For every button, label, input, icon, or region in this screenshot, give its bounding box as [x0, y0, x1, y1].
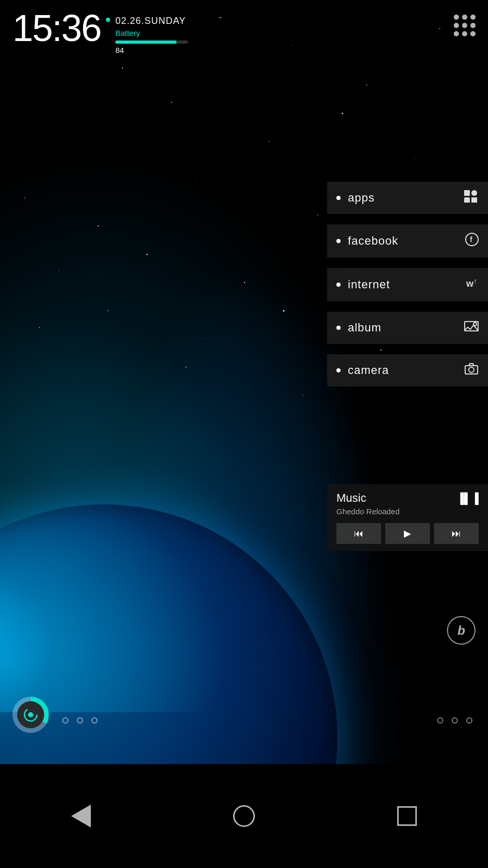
- menu-bullet-album: [336, 326, 341, 330]
- star: [415, 158, 415, 158]
- navigation-bar: [0, 764, 488, 868]
- menu-icon-internet: w↑: [465, 276, 479, 293]
- launcher-inner: [17, 701, 44, 728]
- star: [185, 367, 186, 368]
- menu-item-album[interactable]: album: [327, 312, 488, 344]
- star: [107, 310, 109, 311]
- page-dots-right: [437, 717, 472, 724]
- star: [205, 339, 206, 339]
- star: [59, 271, 59, 271]
- svg-text:↑: ↑: [473, 277, 477, 285]
- app-menu: apps facebook f internet w↑ album: [327, 182, 488, 386]
- menu-item-left-album: album: [336, 321, 382, 335]
- clock-time: 15:36: [12, 9, 101, 47]
- star: [39, 327, 40, 328]
- date-display: 02.26.SUNDAY: [115, 16, 188, 26]
- star: [88, 384, 88, 384]
- music-title: Music: [336, 491, 366, 505]
- svg-rect-2: [464, 197, 470, 203]
- status-dot: [106, 18, 110, 22]
- music-next-button[interactable]: ⏭: [434, 523, 479, 544]
- star: [98, 225, 99, 226]
- menu-item-camera[interactable]: camera: [327, 354, 488, 386]
- menu-item-left-camera: camera: [336, 364, 389, 377]
- dot-9: [470, 31, 476, 36]
- menu-label-apps: apps: [348, 191, 375, 205]
- status-bar: 15:36 02.26.SUNDAY Battery 84: [0, 0, 488, 55]
- star: [195, 181, 196, 181]
- page-dot-4[interactable]: [437, 717, 443, 724]
- dot-6: [470, 23, 476, 28]
- menu-label-internet: internet: [348, 278, 390, 291]
- page-dots-left: [62, 717, 98, 724]
- dot-4: [454, 23, 459, 28]
- menu-label-facebook: facebook: [348, 234, 398, 248]
- music-track-name: Gheddo Reloaded: [336, 507, 479, 516]
- star: [122, 68, 123, 69]
- page-dot-6[interactable]: [466, 717, 472, 724]
- menu-bullet-facebook: [336, 239, 341, 243]
- dot-8: [462, 31, 467, 36]
- svg-point-9: [473, 323, 477, 326]
- dot-2: [462, 15, 467, 20]
- star: [24, 197, 25, 198]
- menu-item-internet[interactable]: internet w↑: [327, 268, 488, 301]
- music-play-button[interactable]: ▶: [385, 523, 430, 544]
- menu-label-camera: camera: [348, 364, 389, 377]
- page-dot-5[interactable]: [452, 717, 458, 724]
- date-battery-info: 02.26.SUNDAY Battery 84: [115, 16, 188, 55]
- battery-percent: 84: [115, 46, 188, 55]
- dot-7: [454, 31, 459, 36]
- menu-item-left-facebook: facebook: [336, 234, 398, 248]
- menu-item-facebook[interactable]: facebook f: [327, 224, 488, 258]
- star: [303, 395, 304, 396]
- svg-text:f: f: [470, 235, 472, 244]
- music-header: Music ▐▌▐: [336, 491, 479, 505]
- dot-5: [462, 23, 467, 28]
- menu-icon-apps: [464, 190, 479, 206]
- battery-bar-container: [115, 41, 188, 44]
- recents-icon: [397, 806, 417, 826]
- music-controls: ⏮ ▶ ⏭: [336, 523, 479, 544]
- star: [473, 406, 474, 407]
- menu-icon-facebook: f: [465, 233, 479, 249]
- time-section: 15:36 02.26.SUNDAY Battery 84: [12, 9, 188, 55]
- star: [73, 124, 74, 125]
- menu-bullet-camera: [336, 368, 341, 372]
- home-icon: [233, 805, 255, 827]
- svg-rect-1: [471, 190, 477, 196]
- launcher-icon[interactable]: [12, 697, 49, 733]
- star: [317, 215, 318, 216]
- page-dot-2[interactable]: [77, 717, 83, 724]
- back-button[interactable]: [71, 805, 91, 827]
- star: [268, 141, 269, 142]
- star: [366, 85, 367, 86]
- page-dot-3[interactable]: [91, 717, 98, 724]
- svg-point-13: [28, 712, 33, 717]
- menu-item-left-apps: apps: [336, 191, 375, 205]
- menu-icon-camera: [464, 363, 479, 378]
- menu-icon-album: [464, 320, 479, 336]
- svg-text:w: w: [466, 278, 474, 289]
- music-prev-button[interactable]: ⏮: [336, 523, 381, 544]
- home-button[interactable]: [233, 805, 255, 827]
- svg-rect-3: [471, 197, 477, 203]
- star: [146, 254, 148, 256]
- svg-point-11: [469, 367, 474, 372]
- menu-bullet-internet: [336, 283, 341, 287]
- music-equalizer-icon: ▐▌▐: [456, 492, 479, 504]
- battery-fill: [115, 41, 177, 44]
- menu-label-album: album: [348, 321, 382, 335]
- battery-label: Battery: [115, 29, 188, 37]
- menu-item-apps[interactable]: apps: [327, 182, 488, 214]
- star: [244, 282, 245, 283]
- star: [171, 102, 172, 103]
- svg-rect-0: [464, 190, 470, 196]
- music-widget: Music ▐▌▐ Gheddo Reloaded ⏮ ▶ ⏭: [327, 484, 488, 551]
- menu-item-left-internet: internet: [336, 278, 390, 291]
- recents-button[interactable]: [397, 806, 417, 826]
- beats-icon[interactable]: b: [447, 616, 476, 645]
- dot-1: [454, 15, 459, 20]
- page-dot-1[interactable]: [62, 717, 69, 724]
- app-grid-dots[interactable]: [454, 15, 476, 36]
